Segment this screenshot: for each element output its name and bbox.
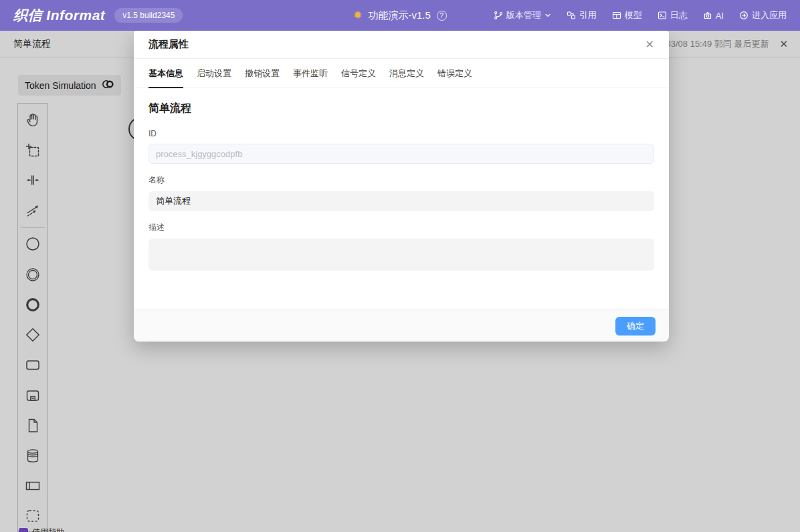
document-title-group: ✹ 功能演示-v1.5 ? — [353, 9, 447, 22]
modal-title: 流程属性 — [148, 38, 189, 51]
nav-item-log[interactable]: 日志 — [658, 9, 688, 21]
nav-item-enter-app[interactable]: 进入应用 — [739, 9, 787, 21]
version-badge: v1.5 build2345 — [114, 8, 183, 23]
tab-revoke-settings[interactable]: 撤销设置 — [245, 59, 280, 88]
name-input[interactable] — [148, 191, 654, 211]
nav-item-label: AI — [716, 11, 724, 21]
field-id: ID — [148, 129, 654, 164]
nav-item-label: 进入应用 — [752, 9, 787, 21]
git-branch-icon — [494, 11, 503, 20]
field-description: 描述 — [148, 222, 654, 273]
tab-basic-info[interactable]: 基本信息 — [148, 59, 183, 88]
header-nav: 版本管理 引用 模型 — [494, 9, 787, 21]
document-title: 功能演示-v1.5 — [369, 9, 431, 22]
app-logo[interactable]: 织信 Informat — [13, 6, 105, 25]
tab-error-definitions[interactable]: 错误定义 — [437, 59, 472, 88]
reference-icon — [567, 11, 576, 20]
modal-footer: 确定 — [134, 309, 669, 342]
nav-item-model[interactable]: 模型 — [612, 9, 642, 21]
field-name: 名称 — [148, 174, 654, 211]
help-icon[interactable]: ? — [437, 11, 447, 21]
nav-item-version-management[interactable]: 版本管理 — [494, 9, 551, 21]
nav-item-label: 模型 — [625, 9, 642, 21]
chevron-down-icon — [544, 12, 551, 19]
process-properties-modal: 流程属性 ✕ 基本信息 启动设置 撤销设置 事件监听 信号定义 消息定义 错误定… — [134, 31, 669, 342]
nav-item-label: 引用 — [579, 9, 597, 21]
description-textarea[interactable] — [148, 239, 654, 271]
modal-body: 简单流程 ID 名称 描述 — [134, 88, 669, 309]
tab-event-listeners[interactable]: 事件监听 — [293, 59, 328, 88]
modal-close-icon[interactable]: ✕ — [645, 39, 654, 50]
process-name-heading: 简单流程 — [148, 102, 654, 116]
star-icon: ✹ — [353, 10, 362, 21]
nav-item-ai[interactable]: AI — [703, 11, 724, 21]
tab-signal-definitions[interactable]: 信号定义 — [341, 59, 376, 88]
modal-tabs: 基本信息 启动设置 撤销设置 事件监听 信号定义 消息定义 错误定义 — [134, 59, 669, 88]
enter-app-icon — [739, 11, 748, 20]
tab-message-definitions[interactable]: 消息定义 — [389, 59, 424, 88]
name-field-label: 名称 — [148, 174, 654, 186]
tab-start-settings[interactable]: 启动设置 — [197, 59, 231, 88]
model-icon — [612, 11, 621, 20]
confirm-button[interactable]: 确定 — [615, 317, 656, 336]
modal-header: 流程属性 ✕ — [134, 31, 669, 59]
app-header: 织信 Informat v1.5 build2345 ✹ 功能演示-v1.5 ?… — [0, 0, 800, 31]
nav-item-reference[interactable]: 引用 — [567, 9, 597, 21]
id-input[interactable] — [148, 144, 654, 164]
ai-icon — [703, 11, 712, 20]
log-icon — [658, 11, 667, 20]
nav-item-label: 版本管理 — [506, 9, 541, 21]
nav-item-label: 日志 — [670, 9, 688, 21]
id-field-label: ID — [148, 129, 654, 138]
description-field-label: 描述 — [148, 222, 654, 233]
